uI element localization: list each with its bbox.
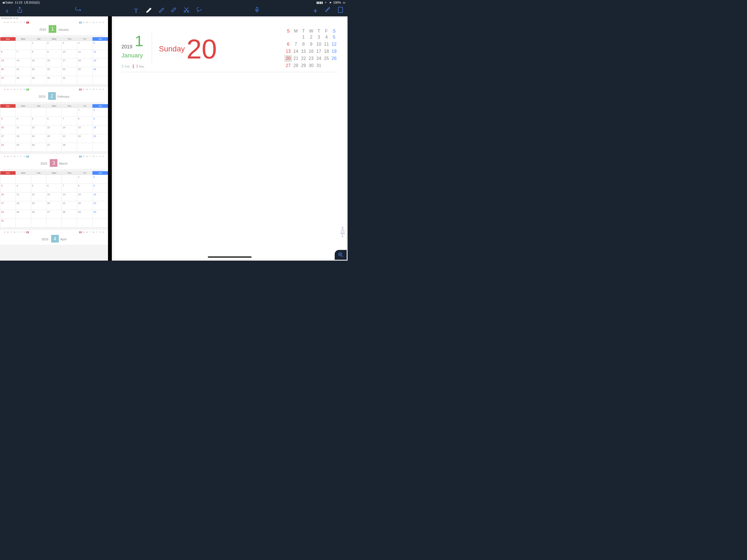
page-nav[interactable]: ▲ 20 456 ▼ (340, 226, 345, 238)
header-dow: Sunday (159, 45, 185, 53)
day-page[interactable]: 2019 1 January 2 Feb. | 3 Mar. Sunday 20… (113, 18, 346, 259)
month-thumb-1[interactable]: SMTWTFS12SMTWTFS20191JanuarySunMonTueWed… (0, 20, 108, 85)
highlighter-tool[interactable] (158, 7, 164, 14)
add-button[interactable]: + (312, 6, 318, 15)
battery-icon: ▭ (343, 1, 345, 4)
page-total: 456 (340, 232, 345, 235)
pen-tool[interactable] (146, 7, 152, 14)
header-month-name: January (121, 52, 145, 59)
svg-rect-2 (256, 7, 258, 10)
back-button[interactable]: ‹ (4, 6, 10, 15)
header-year: 2019 (121, 44, 132, 50)
header-day: 20 (186, 35, 217, 62)
wifi-icon: ᯤ (325, 1, 328, 4)
status-date: 1月20日(日) (24, 1, 40, 5)
cut-tool[interactable] (183, 7, 190, 15)
pages-button[interactable] (337, 7, 344, 15)
header-month-num: 1 (135, 32, 143, 50)
lasso-tool[interactable] (196, 7, 202, 15)
settings-button[interactable] (325, 7, 331, 15)
month-thumb-3[interactable]: SMTWTFS34SMTWTFS20193MarchSunMonTueWedTh… (0, 154, 108, 228)
next-month-2-label: Feb. (125, 65, 131, 68)
sidebar[interactable]: 2019/01/20 11:22 SMTWTFS12SMTWTFS20191Ja… (0, 17, 108, 261)
undo-button[interactable] (75, 7, 81, 14)
mic-button[interactable] (254, 7, 260, 15)
battery-pct: 100% (333, 1, 341, 4)
next-month-3-num[interactable]: 3 (136, 64, 138, 68)
page-current: 20 (340, 228, 345, 231)
signal-icon: ▮▮▮▮ (316, 1, 323, 4)
page-up-icon[interactable]: ▲ (340, 226, 345, 228)
next-month-2-num[interactable]: 2 (121, 64, 124, 68)
share-button[interactable] (17, 7, 23, 15)
toolbar: ‹ T + (0, 5, 347, 17)
main-pane: 2019 1 January 2 Feb. | 3 Mar. Sunday 20… (112, 17, 347, 261)
zoom-button[interactable] (335, 250, 347, 260)
status-bar: ◀ Safari 11:23 1月20日(日) ▮▮▮▮ ᯤ ➤ 100% ▭ (0, 0, 347, 5)
page-down-icon[interactable]: ▼ (340, 235, 345, 238)
mini-calendar[interactable]: SMTWTFS123456789101112131415161718192021… (284, 26, 338, 69)
month-thumb-4[interactable]: SMTWTFS45SMTWTFS20194April (0, 230, 108, 245)
home-indicator[interactable] (208, 256, 252, 258)
eraser-tool[interactable] (171, 7, 177, 14)
svg-rect-3 (338, 7, 343, 12)
next-month-3-label: Mar. (139, 65, 145, 68)
status-time: 11:23 (15, 1, 22, 4)
sidebar-timestamp: 2019/01/20 11:22 (0, 17, 108, 20)
divider-scrollbar[interactable] (108, 17, 112, 261)
text-tool[interactable]: T (133, 7, 139, 14)
month-thumb-2[interactable]: SMTWTFS23SMTWTFS20192FebruarySunMonTueWe… (0, 87, 108, 152)
back-to-app[interactable]: ◀ Safari (2, 1, 13, 4)
location-icon: ➤ (329, 1, 332, 4)
